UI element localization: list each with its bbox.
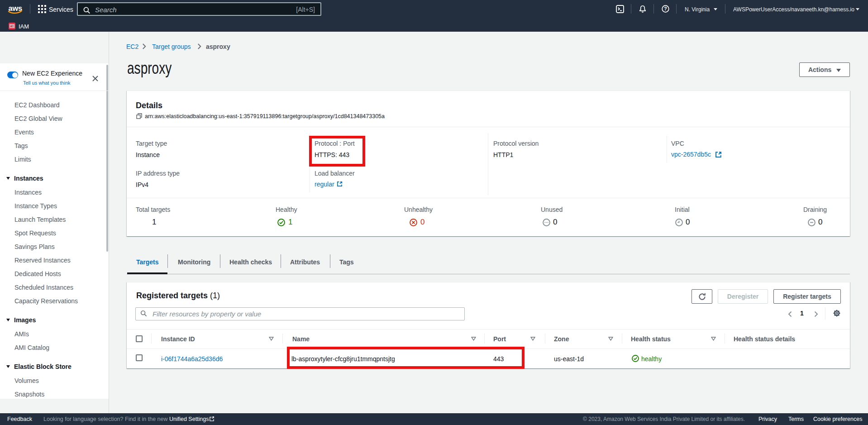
svg-text:?: ? (664, 6, 667, 11)
svg-text:aws: aws (9, 4, 22, 12)
